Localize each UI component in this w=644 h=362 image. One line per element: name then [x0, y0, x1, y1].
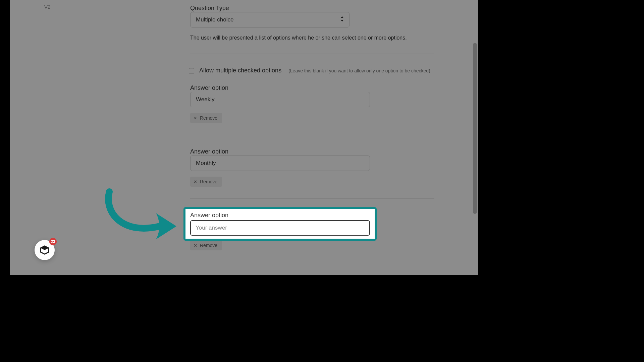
help-widget[interactable]: 23	[35, 240, 55, 260]
answer-option-label: Answer option	[190, 84, 228, 92]
remove-option-button[interactable]: ✕ Remove	[190, 240, 222, 250]
remove-label: Remove	[200, 243, 217, 248]
remove-option-button[interactable]: ✕ Remove	[190, 113, 222, 123]
close-icon: ✕	[194, 243, 197, 248]
remove-label: Remove	[200, 115, 217, 121]
notification-count-badge: 23	[49, 238, 57, 245]
answer-option-value: Weekly	[196, 96, 214, 103]
remove-option-button[interactable]: ✕ Remove	[190, 177, 222, 187]
answer-option-label: Answer option	[190, 148, 228, 155]
answer-option-placeholder: Your answer	[196, 225, 227, 231]
answer-option-value: Monthly	[196, 160, 216, 167]
allow-multiple-checkbox[interactable]	[189, 68, 194, 73]
answer-option-input-3[interactable]: Your answer	[190, 220, 370, 236]
answer-option-label: Answer option	[190, 212, 370, 219]
allow-multiple-row[interactable]: Allow multiple checked options (Leave th…	[189, 67, 430, 74]
remove-label: Remove	[200, 179, 217, 184]
allow-multiple-label: Allow multiple checked options	[199, 67, 281, 74]
form-editor-stage: V2 Question Type Multiple choice The use…	[10, 0, 478, 275]
highlighted-answer-option: Answer option Your answer	[183, 207, 377, 241]
question-type-select[interactable]: Multiple choice	[190, 12, 350, 27]
version-label: V2	[44, 4, 50, 10]
question-type-description: The user will be presented a list of opt…	[190, 35, 407, 41]
chevron-up-down-icon	[340, 16, 344, 23]
question-type-value: Multiple choice	[196, 16, 233, 23]
answer-option-input-1[interactable]: Weekly	[190, 92, 370, 107]
allow-multiple-hint: (Leave this blank if you want to allow o…	[288, 68, 430, 73]
divider	[190, 198, 434, 199]
divider	[190, 135, 434, 135]
close-icon: ✕	[194, 180, 197, 184]
app-logo-icon	[40, 245, 50, 255]
divider	[190, 54, 434, 54]
answer-option-input-2[interactable]: Monthly	[190, 156, 370, 171]
question-type-label: Question Type	[190, 5, 229, 12]
close-icon: ✕	[194, 116, 197, 120]
sidebar-panel: V2	[10, 0, 145, 275]
scrollbar-thumb[interactable]	[473, 43, 477, 214]
